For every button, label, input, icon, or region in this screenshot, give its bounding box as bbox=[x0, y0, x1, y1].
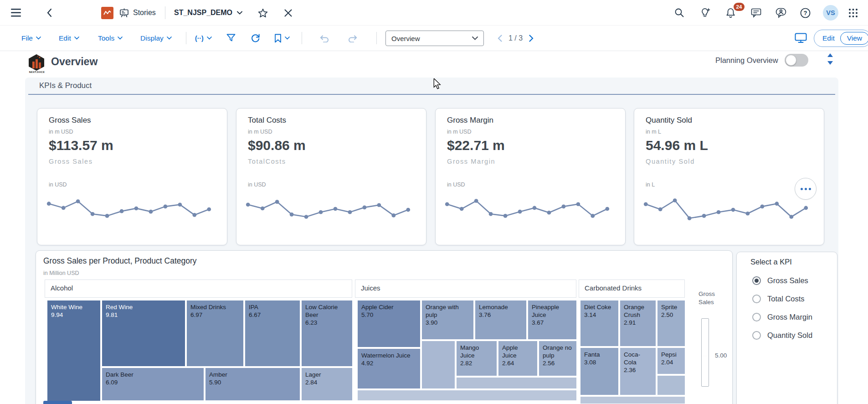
treemap-cell[interactable]: Fanta3.08 bbox=[580, 348, 618, 395]
help-icon[interactable]: ? bbox=[800, 0, 811, 26]
search-icon[interactable] bbox=[674, 0, 684, 26]
story-title-menu[interactable]: ST_NJSP_DEMO bbox=[174, 0, 242, 26]
undo-icon[interactable] bbox=[319, 26, 330, 51]
page-select-dropdown[interactable]: Overview bbox=[385, 31, 484, 46]
menu-tools[interactable]: Tools bbox=[98, 26, 123, 51]
back-icon[interactable] bbox=[46, 0, 52, 26]
chevron-down-icon bbox=[207, 36, 212, 40]
kpi-selector-title: Select a KPI bbox=[750, 258, 792, 266]
radio-icon bbox=[752, 276, 761, 285]
treemap-cell[interactable]: Mango Juice2.82 bbox=[457, 341, 497, 376]
radio-label: Gross Margin bbox=[767, 313, 812, 321]
treemap-cell[interactable]: Dark Beer6.09 bbox=[102, 368, 204, 400]
menu-edit[interactable]: Edit bbox=[59, 26, 79, 51]
treemap-cell[interactable]: Watermelon Juice4.92 bbox=[358, 349, 420, 388]
close-icon[interactable] bbox=[284, 0, 292, 26]
stories-nav[interactable]: Stories bbox=[119, 0, 156, 26]
kpi-sparkline bbox=[445, 192, 610, 242]
chevron-down-icon bbox=[167, 36, 172, 40]
favorite-star-icon[interactable] bbox=[258, 0, 268, 26]
edit-mode-button[interactable]: Edit bbox=[816, 34, 840, 42]
treemap-cell[interactable] bbox=[457, 378, 576, 388]
kpi-radio-option[interactable]: Quantity Sold bbox=[752, 330, 812, 341]
treemap-legend-title: GrossSales bbox=[699, 290, 715, 306]
scroll-up-icon[interactable] bbox=[827, 53, 833, 57]
kpi-card-gross-margin[interactable]: Gross Margin in m USD $22.71 m Gross Mar… bbox=[435, 108, 626, 245]
refresh-icon[interactable] bbox=[251, 26, 260, 51]
treemap-group-header[interactable]: Alcohol bbox=[45, 280, 352, 298]
planning-overview-switch[interactable] bbox=[785, 54, 808, 67]
present-monitor-icon[interactable] bbox=[795, 26, 807, 51]
view-mode-button[interactable]: View bbox=[840, 32, 868, 45]
kpi-measure-label: Gross Margin bbox=[447, 158, 495, 165]
treemap-cell[interactable]: Coca-Cola2.36 bbox=[620, 348, 656, 395]
page-scroll-arrows bbox=[827, 53, 833, 65]
notification-badge: 24 bbox=[734, 3, 745, 11]
stories-label: Stories bbox=[133, 9, 156, 17]
treemap-cell[interactable]: Red Wine9.81 bbox=[102, 300, 185, 366]
kpi-value: $90.86 m bbox=[248, 138, 306, 153]
nextjuice-logo: NEXTJUICE bbox=[27, 54, 46, 75]
treemap-canvas: AlcoholJuicesCarbonated DrinksWhite Wine… bbox=[45, 280, 685, 404]
story-toolbar: File Edit Tools Display (··) Overview bbox=[0, 26, 868, 51]
treemap-cell[interactable]: White Wine9.94 bbox=[47, 300, 100, 401]
scroll-down-icon[interactable] bbox=[827, 61, 833, 65]
bookmark-button[interactable] bbox=[274, 26, 290, 51]
treemap-cell[interactable]: Low Calorie Beer6.23 bbox=[302, 300, 352, 366]
legend-tick bbox=[702, 356, 709, 357]
treemap-chart-card: Gross Sales per Product, Product Categor… bbox=[36, 250, 733, 404]
kpi-card-gross-sales[interactable]: Gross Sales in m USD $113.57 m Gross Sal… bbox=[37, 108, 227, 245]
chevron-down-icon bbox=[285, 36, 290, 40]
treemap-cell[interactable]: Apple Cider5.70 bbox=[358, 300, 420, 347]
treemap-group-header[interactable]: Carbonated Drinks bbox=[579, 280, 685, 298]
treemap-cell[interactable]: Pepsi2.04 bbox=[657, 348, 685, 374]
more-actions-button[interactable] bbox=[795, 178, 817, 200]
bookmark-icon bbox=[274, 34, 282, 43]
radio-icon bbox=[752, 313, 761, 321]
treemap-cell[interactable] bbox=[657, 376, 685, 395]
ai-insights-icon[interactable] bbox=[700, 0, 711, 26]
menu-file[interactable]: File bbox=[21, 26, 41, 51]
treemap-cell[interactable]: Orange no pulp2.56 bbox=[539, 341, 576, 376]
kpi-radio-option[interactable]: Gross Sales bbox=[752, 275, 812, 286]
edit-view-toggle: Edit View bbox=[814, 30, 868, 47]
hamburger-menu-icon[interactable] bbox=[11, 0, 21, 26]
treemap-cell[interactable]: Pineapple Juice3.67 bbox=[528, 300, 576, 339]
treemap-cell[interactable]: IPA6.67 bbox=[245, 300, 300, 366]
treemap-cell[interactable] bbox=[358, 390, 576, 400]
kpi-card-quantity-sold[interactable]: Quantity Sold in m L 54.96 m L Quantity … bbox=[634, 108, 824, 245]
toolbar-separator bbox=[376, 32, 377, 44]
kpi-radio-option[interactable]: Total Costs bbox=[752, 293, 812, 304]
radio-icon bbox=[752, 331, 761, 340]
kpi-chart-unit: in USD bbox=[49, 181, 67, 188]
treemap-cell[interactable] bbox=[422, 341, 455, 388]
treemap-cell[interactable] bbox=[580, 397, 685, 404]
discussions-icon[interactable] bbox=[776, 0, 786, 26]
kpi-card-total-costs[interactable]: Total Costs in m USD $90.86 m TotalCosts… bbox=[236, 108, 426, 245]
app-launcher-grid-icon[interactable] bbox=[848, 0, 858, 26]
user-avatar[interactable]: VS bbox=[823, 0, 838, 26]
filter-icon[interactable] bbox=[226, 26, 236, 51]
page-pager: 1 / 3 bbox=[498, 26, 534, 51]
treemap-cell[interactable]: Amber5.90 bbox=[205, 368, 300, 400]
kpi-sparkline bbox=[46, 192, 211, 242]
treemap-cell[interactable]: Lager2.84 bbox=[302, 368, 352, 400]
treemap-cell[interactable]: Orange with pulp3.90 bbox=[422, 300, 473, 339]
kpi-radio-option[interactable]: Gross Margin bbox=[752, 311, 812, 322]
menu-display[interactable]: Display bbox=[140, 26, 172, 51]
redo-icon[interactable] bbox=[347, 26, 358, 51]
treemap-cell[interactable]: Diet Coke3.14 bbox=[580, 300, 618, 346]
variables-button[interactable]: (··) bbox=[195, 26, 212, 51]
comments-icon[interactable] bbox=[751, 0, 761, 26]
treemap-group-header[interactable]: Juices bbox=[355, 280, 576, 298]
treemap-cell[interactable]: Apple Juice2.64 bbox=[498, 341, 537, 376]
treemap-cell[interactable]: Sprite2.50 bbox=[657, 300, 685, 346]
treemap-cell[interactable]: Lemonade3.76 bbox=[475, 300, 526, 339]
treemap-cell[interactable]: Orange Crush2.91 bbox=[620, 300, 656, 346]
kpi-title: Gross Margin bbox=[447, 116, 493, 125]
next-page-icon[interactable] bbox=[529, 35, 534, 42]
treemap-cell[interactable]: Mixed Drinks6.97 bbox=[187, 300, 243, 366]
page-select-value: Overview bbox=[391, 35, 420, 42]
prev-page-icon[interactable] bbox=[498, 35, 502, 42]
kpi-chart-unit: in USD bbox=[248, 181, 266, 188]
